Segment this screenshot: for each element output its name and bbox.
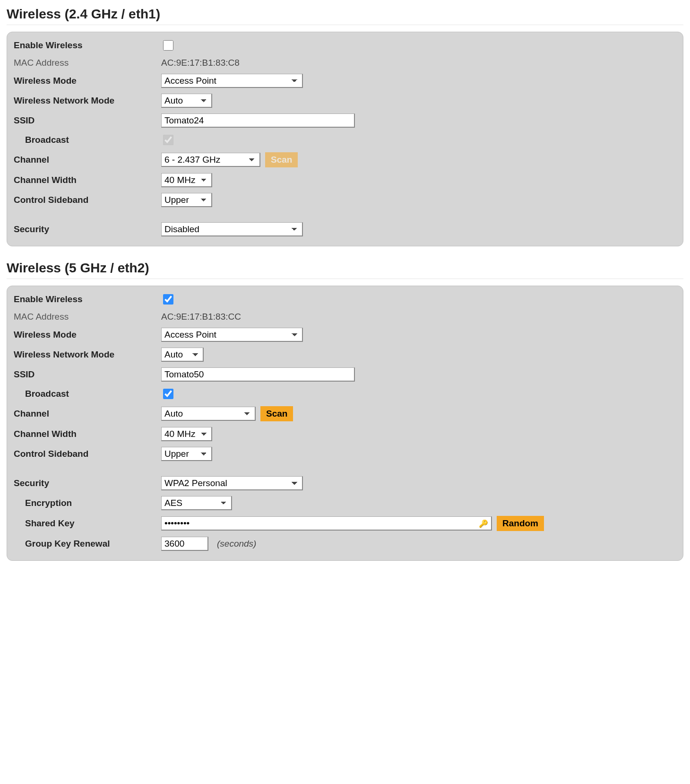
row-enable-wireless-24: Enable Wireless xyxy=(12,36,678,55)
label-control-sideband: Control Sideband xyxy=(12,195,161,205)
network-mode-select-24[interactable]: Auto xyxy=(161,94,212,108)
row-broadcast-24: Broadcast xyxy=(12,131,678,149)
row-group-key-renewal-5: Group Key Renewal (seconds) xyxy=(12,534,678,554)
row-control-sideband-5: Control Sideband Upper xyxy=(12,444,678,464)
channel-width-select-24[interactable]: 40 MHz xyxy=(161,173,212,187)
label-enable-wireless: Enable Wireless xyxy=(12,40,161,51)
row-security-24: Security Disabled xyxy=(12,210,678,239)
channel-select-5[interactable]: Auto xyxy=(161,407,256,421)
enable-wireless-checkbox-24[interactable] xyxy=(163,40,173,51)
label-channel: Channel xyxy=(12,155,161,165)
label-wireless-mode: Wireless Mode xyxy=(12,76,161,86)
row-network-mode-24: Wireless Network Mode Auto xyxy=(12,91,678,111)
section-divider-5 xyxy=(7,279,683,279)
label-channel: Channel xyxy=(12,409,161,419)
label-mac-address: MAC Address xyxy=(12,312,161,322)
label-broadcast: Broadcast xyxy=(12,389,161,399)
enable-wireless-checkbox-5[interactable] xyxy=(163,294,173,305)
scan-button-24[interactable]: Scan xyxy=(265,152,298,167)
encryption-select-5[interactable]: AES xyxy=(161,496,232,510)
row-wireless-mode-5: Wireless Mode Access Point xyxy=(12,325,678,345)
row-enable-wireless-5: Enable Wireless xyxy=(12,290,678,309)
panel-5: Enable Wireless MAC Address AC:9E:17:B1:… xyxy=(7,286,683,561)
label-enable-wireless: Enable Wireless xyxy=(12,294,161,305)
control-sideband-select-5[interactable]: Upper xyxy=(161,447,212,461)
label-encryption: Encryption xyxy=(12,498,161,508)
label-shared-key: Shared Key xyxy=(12,518,161,529)
channel-select-24[interactable]: 6 - 2.437 GHz xyxy=(161,153,260,167)
label-mac-address: MAC Address xyxy=(12,58,161,68)
mac-address-value-24: AC:9E:17:B1:83:C8 xyxy=(161,58,240,68)
row-mac-24: MAC Address AC:9E:17:B1:83:C8 xyxy=(12,55,678,71)
label-security: Security xyxy=(12,478,161,488)
row-control-sideband-24: Control Sideband Upper xyxy=(12,190,678,210)
row-encryption-5: Encryption AES xyxy=(12,493,678,513)
wireless-mode-select-24[interactable]: Access Point xyxy=(161,74,303,88)
security-select-5[interactable]: WPA2 Personal xyxy=(161,476,303,490)
label-wireless-network-mode: Wireless Network Mode xyxy=(12,349,161,360)
row-channel-24: Channel 6 - 2.437 GHz Scan xyxy=(12,149,678,170)
label-wireless-mode: Wireless Mode xyxy=(12,330,161,340)
shared-key-input-5[interactable] xyxy=(161,516,492,531)
label-ssid: SSID xyxy=(12,369,161,380)
security-select-24[interactable]: Disabled xyxy=(161,222,303,236)
panel-24: Enable Wireless MAC Address AC:9E:17:B1:… xyxy=(7,32,683,246)
mac-address-value-5: AC:9E:17:B1:83:CC xyxy=(161,312,241,322)
seconds-label: (seconds) xyxy=(217,539,256,549)
row-broadcast-5: Broadcast xyxy=(12,384,678,403)
row-network-mode-5: Wireless Network Mode Auto xyxy=(12,345,678,365)
group-key-renewal-input-5[interactable] xyxy=(161,537,208,551)
network-mode-select-5[interactable]: Auto xyxy=(161,348,204,362)
label-ssid: SSID xyxy=(12,115,161,126)
label-channel-width: Channel Width xyxy=(12,175,161,185)
broadcast-checkbox-24[interactable] xyxy=(163,135,173,145)
scan-button-5[interactable]: Scan xyxy=(260,406,293,421)
section-title-24: Wireless (2.4 GHz / eth1) xyxy=(7,7,683,22)
channel-width-select-5[interactable]: 40 MHz xyxy=(161,427,212,441)
row-security-5: Security WPA2 Personal xyxy=(12,464,678,493)
row-channel-5: Channel Auto Scan xyxy=(12,403,678,424)
label-wireless-network-mode: Wireless Network Mode xyxy=(12,96,161,106)
control-sideband-select-24[interactable]: Upper xyxy=(161,193,212,207)
label-channel-width: Channel Width xyxy=(12,429,161,439)
label-control-sideband: Control Sideband xyxy=(12,449,161,459)
ssid-input-24[interactable] xyxy=(161,113,355,128)
row-wireless-mode-24: Wireless Mode Access Point xyxy=(12,71,678,91)
ssid-input-5[interactable] xyxy=(161,367,355,382)
random-button-5[interactable]: Random xyxy=(497,516,544,531)
label-group-key-renewal: Group Key Renewal xyxy=(12,539,161,549)
row-mac-5: MAC Address AC:9E:17:B1:83:CC xyxy=(12,309,678,325)
row-ssid-24: SSID xyxy=(12,111,678,131)
row-shared-key-5: Shared Key 🔑 Random xyxy=(12,513,678,534)
broadcast-checkbox-5[interactable] xyxy=(163,389,173,399)
section-divider-24 xyxy=(7,25,683,25)
label-broadcast: Broadcast xyxy=(12,135,161,145)
section-title-5: Wireless (5 GHz / eth2) xyxy=(7,261,683,276)
label-security: Security xyxy=(12,224,161,235)
row-channel-width-24: Channel Width 40 MHz xyxy=(12,170,678,190)
row-ssid-5: SSID xyxy=(12,365,678,384)
wireless-mode-select-5[interactable]: Access Point xyxy=(161,328,303,342)
row-channel-width-5: Channel Width 40 MHz xyxy=(12,424,678,444)
